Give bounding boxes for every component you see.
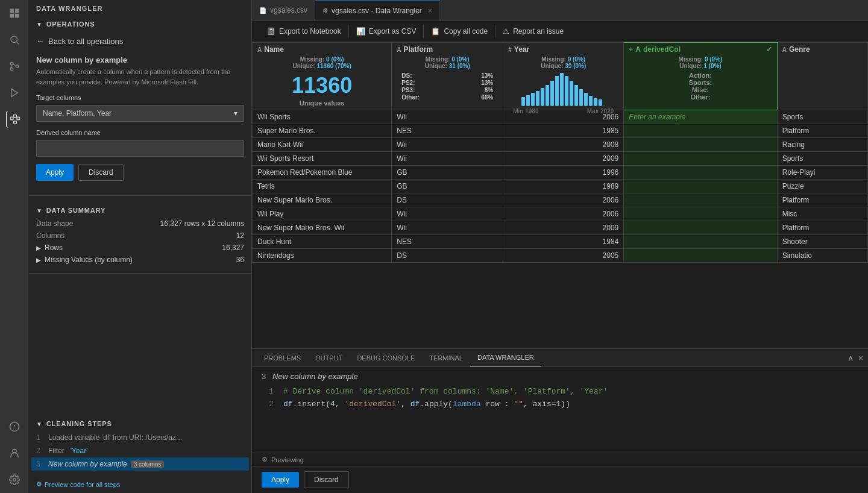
tab-vgsales-wrangler[interactable]: ⚙ vgsales.csv - Data Wrangler × xyxy=(315,0,440,20)
back-link[interactable]: ← Back to all operations xyxy=(36,31,244,51)
copy-code-button[interactable]: 📋 Copy all code xyxy=(424,25,495,38)
target-columns-select[interactable]: Name, Platform, Year ▾ xyxy=(36,105,244,122)
export-csv-button[interactable]: 📊 Export as CSV xyxy=(349,25,424,38)
step-3[interactable]: 3 New column by example 3 columns xyxy=(31,457,249,471)
svg-point-7 xyxy=(10,68,13,71)
data-grid-container[interactable]: A Name Missing: 0 (0%) Unique: 11360 (70… xyxy=(252,42,868,348)
table-cell: Sports xyxy=(777,152,867,166)
chevron-cleaning-icon: ▼ xyxy=(36,421,43,427)
derived-col-stats: Missing: 0 (0%) Unique: 1 (0%) xyxy=(629,55,772,71)
panel-tabs: PROBLEMS OUTPUT DEBUG CONSOLE TERMINAL D… xyxy=(252,349,868,367)
table-cell[interactable] xyxy=(624,180,777,193)
svg-point-20 xyxy=(13,479,16,482)
table-cell: NES xyxy=(392,235,503,249)
table-cell[interactable] xyxy=(624,152,777,166)
table-cell: Wii Sports Resort xyxy=(253,152,392,166)
extensions-icon[interactable] xyxy=(6,111,23,128)
table-cell[interactable] xyxy=(624,221,777,235)
panel-tab-problems[interactable]: PROBLEMS xyxy=(257,349,308,366)
code-line-1: 1 # Derive column 'derivedCol' from colu… xyxy=(262,386,858,398)
panel-tab-terminal[interactable]: TERMINAL xyxy=(422,349,470,366)
cleaning-steps-toggle[interactable]: ▼ CLEANING STEPS xyxy=(36,416,244,431)
line-num-1: 1 xyxy=(262,386,274,398)
tab-vgsales-csv[interactable]: 📄 vgsales.csv xyxy=(252,0,315,20)
table-cell: Simulatio xyxy=(777,249,867,263)
tab-bar: 📄 vgsales.csv ⚙ vgsales.csv - Data Wrang… xyxy=(252,0,868,21)
data-summary-toggle[interactable]: ▼ DATA SUMMARY xyxy=(36,203,244,218)
derived-checkmark-icon: ✓ xyxy=(766,45,772,54)
table-cell[interactable] xyxy=(624,249,777,263)
operations-toggle[interactable]: ▼ OPERATIONS xyxy=(36,17,244,31)
panel-tab-actions: ∧ × xyxy=(848,353,863,363)
col-header-derived: + A derivedCol ✓ Missing: 0 (0%) Unique:… xyxy=(624,43,777,110)
panel-collapse-icon[interactable]: ∧ xyxy=(848,353,854,363)
data-grid: A Name Missing: 0 (0%) Unique: 11360 (70… xyxy=(252,42,868,263)
step-1[interactable]: 1 Loaded variable 'df' from URI: /Users/… xyxy=(36,431,244,444)
activity-bar xyxy=(0,0,29,493)
table-cell[interactable] xyxy=(624,235,777,249)
panel-content: 3 New column by example 1 # Derive colum… xyxy=(252,367,868,453)
svg-rect-36 xyxy=(594,98,597,106)
table-cell[interactable] xyxy=(624,207,777,221)
col-genre-label: Genre xyxy=(789,45,810,54)
explorer-icon[interactable] xyxy=(6,5,23,22)
panel-close-icon[interactable]: × xyxy=(858,353,863,363)
report-issue-button[interactable]: ⚠ Report an issue xyxy=(495,25,571,38)
code-line-2: 2 df.insert(4, 'derivedCol', df.apply(la… xyxy=(262,398,858,411)
apply-button[interactable]: Apply xyxy=(36,164,74,181)
dropdown-arrow-icon: ▾ xyxy=(234,109,237,118)
test-icon[interactable] xyxy=(6,418,23,435)
user-icon[interactable] xyxy=(6,445,23,462)
preview-code-link[interactable]: ⚙ Preview code for all steps xyxy=(29,476,251,493)
discard-button[interactable]: Discard xyxy=(78,164,124,181)
derived-column-input[interactable] xyxy=(36,140,244,157)
copy-icon: 📋 xyxy=(431,27,440,36)
table-cell: Wii xyxy=(392,207,503,221)
bottom-action-bar: Apply Discard xyxy=(252,466,868,493)
missing-value: 36 xyxy=(236,256,244,264)
tab-vgsales-label: vgsales.csv xyxy=(270,6,307,14)
table-row: New Super Mario Bros.DS2006Platform xyxy=(253,193,868,207)
export-notebook-button[interactable]: 📓 Export to Notebook xyxy=(259,25,349,38)
bottom-panel: PROBLEMS OUTPUT DEBUG CONSOLE TERMINAL D… xyxy=(252,348,868,493)
tab-close-icon[interactable]: × xyxy=(428,7,432,15)
bottom-discard-button[interactable]: Discard xyxy=(304,471,349,488)
table-cell[interactable] xyxy=(624,193,777,207)
bottom-apply-button[interactable]: Apply xyxy=(262,472,299,488)
svg-rect-27 xyxy=(550,81,554,106)
year-col-stats: Missing: 0 (0%) Unique: 39 (0%) xyxy=(508,55,618,71)
table-cell[interactable]: Enter an example xyxy=(624,110,777,124)
search-icon[interactable] xyxy=(6,31,23,48)
code-text-2: df.insert(4, 'derivedCol', df.apply(lamb… xyxy=(283,398,570,411)
table-row: TetrisGB1989Puzzle xyxy=(253,180,868,193)
table-cell: Role-Playi xyxy=(777,166,867,180)
table-cell[interactable] xyxy=(624,124,777,138)
svg-rect-32 xyxy=(574,85,578,106)
toolbar: 📓 Export to Notebook 📊 Export as CSV 📋 C… xyxy=(252,21,868,42)
missing-values-expandable[interactable]: ▶ Missing Values (by column) 36 xyxy=(36,254,244,266)
settings-icon[interactable] xyxy=(6,471,23,488)
derived-column-label: Derived column name xyxy=(36,129,244,136)
genre-col-icon: A xyxy=(782,46,787,53)
panel-tab-debug[interactable]: DEBUG CONSOLE xyxy=(350,349,422,366)
step-3-num: 3 xyxy=(36,460,45,468)
svg-line-5 xyxy=(16,42,19,45)
line-num-2: 2 xyxy=(262,398,274,411)
table-cell: Pokemon Red/Pokemon Blue xyxy=(253,166,392,180)
source-control-icon[interactable] xyxy=(6,58,23,75)
operation-title: New column by example xyxy=(36,55,244,64)
target-columns-value: Name, Platform, Year xyxy=(43,109,112,118)
svg-rect-25 xyxy=(541,88,544,106)
table-cell: GB xyxy=(392,166,503,180)
wrangler-icon: ⚙ xyxy=(322,7,328,14)
rows-expandable[interactable]: ▶ Rows 16,327 xyxy=(36,242,244,254)
table-cell[interactable] xyxy=(624,166,777,180)
svg-rect-31 xyxy=(570,81,573,106)
svg-point-4 xyxy=(11,36,17,43)
step-2[interactable]: 2 Filter 'Year' xyxy=(36,444,244,457)
table-cell[interactable] xyxy=(624,138,777,152)
svg-rect-35 xyxy=(589,96,593,106)
panel-tab-output[interactable]: OUTPUT xyxy=(308,349,350,366)
run-icon[interactable] xyxy=(6,84,23,101)
panel-tab-wrangler[interactable]: DATA WRANGLER xyxy=(470,349,541,366)
